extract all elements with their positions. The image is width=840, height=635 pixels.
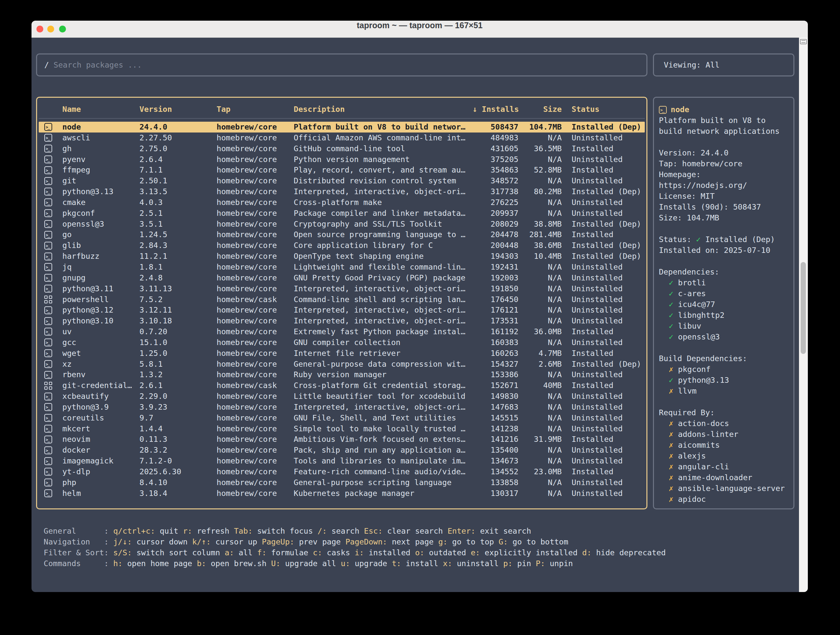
cell-status: Installed <box>562 326 645 337</box>
cell-name: awscli <box>62 132 139 143</box>
table-row-selected[interactable]: node24.4.0homebrew/corePlatform built on… <box>39 122 645 132</box>
formula-icon <box>44 274 52 282</box>
column-header-tap: Tap <box>216 103 294 115</box>
detail-field: https://nodejs.org/ <box>659 180 788 191</box>
table-row[interactable]: yt-dlp2025.6.30homebrew/coreFeature-rich… <box>39 466 645 477</box>
cell-installs: 145515 <box>472 413 518 424</box>
scrollbar-track[interactable] <box>799 38 808 592</box>
table-row[interactable]: gnupg2.4.8homebrew/coreGNU Pretty Good P… <box>39 273 645 284</box>
cell-name: php <box>62 477 139 488</box>
cell-size: N/A <box>518 424 562 434</box>
scrollbar-thumb[interactable] <box>801 262 806 354</box>
cell-version: 2.29.0 <box>139 391 216 402</box>
table-row[interactable]: git-credential…2.6.1homebrew/caskCross-p… <box>39 380 645 391</box>
help-desc: all <box>234 548 257 557</box>
table-row[interactable]: harfbuzz11.2.1homebrew/coreOpenType text… <box>39 251 645 262</box>
icon-cell <box>39 219 62 230</box>
cell-desc: Command-line shell and scripting lan… <box>294 294 472 305</box>
column-header-name: Name <box>62 103 139 115</box>
table-row[interactable]: python@3.93.9.23homebrew/coreInterpreted… <box>39 402 645 413</box>
zoom-button[interactable] <box>59 25 66 33</box>
table-row[interactable]: mkcert1.4.4homebrew/coreSimple tool to m… <box>39 424 645 434</box>
table-row[interactable]: glib2.84.3homebrew/coreCore application … <box>39 240 645 251</box>
cell-size: N/A <box>518 477 562 488</box>
formula-icon <box>44 392 52 400</box>
table-row[interactable]: pkgconf2.5.1homebrew/corePackage compile… <box>39 208 645 219</box>
table-row[interactable]: wget1.25.0homebrew/coreInternet file ret… <box>39 348 645 359</box>
table-row[interactable]: python@3.103.10.18homebrew/coreInterpret… <box>39 315 645 326</box>
table-row[interactable]: python@3.113.11.13homebrew/coreInterpret… <box>39 284 645 294</box>
search-input[interactable]: / Search packages ... <box>36 54 647 76</box>
cell-tap: homebrew/core <box>216 315 294 326</box>
cell-installs: 130317 <box>472 488 518 499</box>
table-row[interactable]: rbenv1.3.2homebrew/coreRuby version mana… <box>39 369 645 380</box>
cell-size: N/A <box>518 208 562 219</box>
cell-desc: Distributed revision control system <box>294 175 472 186</box>
icon-cell <box>39 337 62 348</box>
dependency-name: c-ares <box>673 289 706 298</box>
cell-tap: homebrew/core <box>216 305 294 315</box>
table-row[interactable]: jq1.8.1homebrew/coreLightweight and flex… <box>39 262 645 273</box>
table-row[interactable]: pyenv2.6.4homebrew/corePython version ma… <box>39 154 645 165</box>
cell-version: 1.4.4 <box>139 424 216 434</box>
column-header-size: Size <box>518 103 562 115</box>
table-row[interactable]: imagemagick7.1.2-0homebrew/coreTools and… <box>39 455 645 466</box>
cell-status: Installed <box>562 380 645 391</box>
table-row[interactable]: xz5.8.1homebrew/coreGeneral-purpose data… <box>39 359 645 370</box>
table-row[interactable]: git2.50.1homebrew/coreDistributed revisi… <box>39 175 645 186</box>
table-row[interactable]: go1.24.5homebrew/coreOpen source program… <box>39 229 645 240</box>
icon-cell <box>39 466 62 477</box>
help-key: x: <box>443 559 452 568</box>
formula-icon <box>44 231 52 239</box>
cell-size: 2.6MB <box>518 359 562 370</box>
cell-size: 281.4MB <box>518 229 562 240</box>
icon-cell <box>39 229 62 240</box>
minimize-button[interactable] <box>47 25 54 33</box>
cross-icon: ✗ <box>669 451 673 460</box>
table-row[interactable]: neovim0.11.3homebrew/coreAmbitious Vim-f… <box>39 434 645 445</box>
table-row[interactable]: python@3.123.12.11homebrew/coreInterpret… <box>39 305 645 315</box>
help-desc: next page <box>387 537 438 547</box>
formula-icon <box>44 252 52 260</box>
help-line: General: q/ctrl+c: quit r: refresh Tab: … <box>44 526 666 537</box>
cell-desc: Internet file retriever <box>294 348 472 359</box>
table-row[interactable]: cmake4.0.3homebrew/coreCross-platform ma… <box>39 197 645 208</box>
help-desc: quit <box>155 526 183 536</box>
split-pane-icon[interactable] <box>800 39 807 44</box>
table-row[interactable]: uv0.7.20homebrew/coreExtremely fast Pyth… <box>39 326 645 337</box>
help-desc: hide deprecated <box>592 548 666 557</box>
table-row[interactable]: docker28.3.2homebrew/corePack, ship and … <box>39 445 645 455</box>
help-desc: install <box>401 559 443 568</box>
table-row[interactable]: helm3.18.4homebrew/coreKubernetes packag… <box>39 488 645 499</box>
table-row[interactable]: gcc15.1.0homebrew/coreGNU compiler colle… <box>39 337 645 348</box>
table-row[interactable]: openssl@33.5.1homebrew/coreCryptography … <box>39 219 645 230</box>
table-row[interactable]: awscli2.27.50homebrew/coreOfficial Amazo… <box>39 132 645 143</box>
close-button[interactable] <box>36 25 43 33</box>
cell-name: pyenv <box>62 154 139 165</box>
dependency-item: ✓ icu4c@77 <box>659 299 788 310</box>
formula-icon <box>44 371 52 379</box>
cell-installs: 147683 <box>472 402 518 413</box>
table-row[interactable]: gh2.75.0homebrew/coreGitHub command-line… <box>39 143 645 154</box>
cell-desc: Ruby version manager <box>294 369 472 380</box>
table-row[interactable]: python@3.133.13.5homebrew/coreInterprete… <box>39 186 645 197</box>
cell-desc: Simple tool to make locally trusted … <box>294 424 472 434</box>
terminal-window: taproom ~ — taproom — 167×51 / Search pa… <box>32 20 808 592</box>
cell-size: N/A <box>518 315 562 326</box>
cell-size: N/A <box>518 294 562 305</box>
formula-icon <box>44 263 52 271</box>
table-row[interactable]: xcbeautify2.29.0homebrew/coreLittle beau… <box>39 391 645 402</box>
table-row[interactable]: powershell7.5.2homebrew/caskCommand-line… <box>39 294 645 305</box>
cell-status: Uninstalled <box>562 132 645 143</box>
cell-installs: 191850 <box>472 284 518 294</box>
help-desc: installed <box>364 548 415 557</box>
table-row[interactable]: php8.4.10homebrew/coreGeneral-purpose sc… <box>39 477 645 488</box>
cell-version: 4.0.3 <box>139 197 216 208</box>
help-desc: uninstall <box>452 559 503 568</box>
table-row[interactable]: ffmpeg7.1.1homebrew/corePlay, record, co… <box>39 165 645 175</box>
cell-installs: 317738 <box>472 186 518 197</box>
cell-version: 8.4.10 <box>139 477 216 488</box>
help-desc: go to bottom <box>508 537 568 547</box>
table-row[interactable]: coreutils9.7homebrew/coreGNU File, Shell… <box>39 413 645 424</box>
title-bar[interactable]: taproom ~ — taproom — 167×51 <box>32 20 808 38</box>
